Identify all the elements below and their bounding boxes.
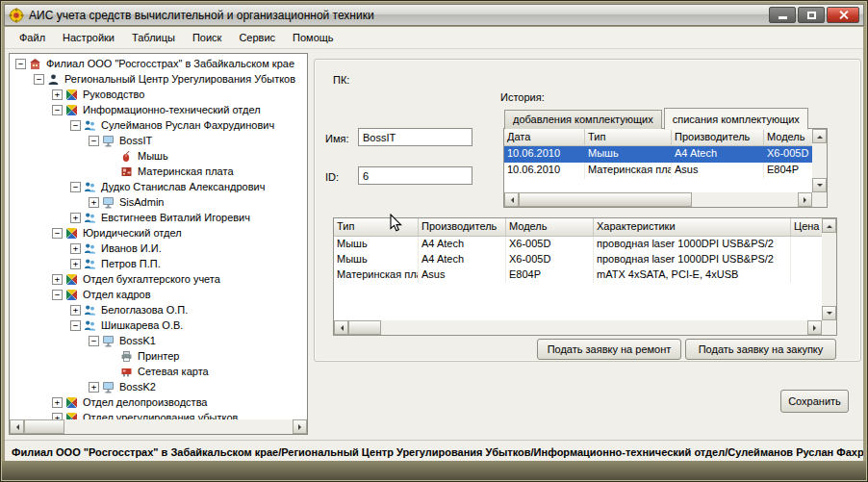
scroll-left-button[interactable] bbox=[10, 419, 24, 434]
scroll-track[interactable] bbox=[348, 320, 807, 335]
maximize-button[interactable] bbox=[798, 7, 825, 23]
scroll-track[interactable] bbox=[24, 419, 293, 434]
tree-item[interactable]: −Региональный Центр Урегулирования Убытк… bbox=[10, 71, 307, 87]
collapse-toggle[interactable]: − bbox=[89, 136, 99, 146]
collapse-toggle[interactable]: − bbox=[34, 74, 44, 85]
tree-item[interactable]: +Белоглазова О.П. bbox=[10, 302, 307, 317]
scroll-up-button[interactable] bbox=[812, 129, 827, 143]
scroll-right-button[interactable] bbox=[807, 320, 822, 335]
menu-item[interactable]: Поиск bbox=[184, 29, 230, 46]
tree-item[interactable]: −BossK1 bbox=[10, 333, 307, 348]
arrow-right-icon bbox=[804, 197, 809, 203]
scroll-left-button[interactable] bbox=[504, 192, 519, 207]
column-header[interactable]: Дата bbox=[504, 129, 585, 145]
table-row[interactable]: Материнская платаAsusE804PmATX 4xSATA, P… bbox=[334, 267, 822, 283]
tree-item[interactable]: −Сулейманов Руслан Фахрудинович bbox=[10, 117, 307, 133]
tree-horizontal-scrollbar[interactable] bbox=[10, 419, 307, 434]
table-row[interactable]: МышьA4 AtechX6-005Dпроводная laser 1000D… bbox=[334, 237, 822, 252]
id-input[interactable] bbox=[358, 166, 472, 185]
components-horizontal-scrollbar[interactable] bbox=[334, 320, 822, 335]
tree-item[interactable]: −Филиал ООО "Росгосстрах" в Забайкальско… bbox=[10, 56, 307, 71]
expand-toggle[interactable]: + bbox=[70, 305, 81, 316]
expand-toggle[interactable]: + bbox=[52, 89, 63, 100]
components-vertical-scrollbar[interactable] bbox=[822, 218, 836, 320]
collapse-toggle[interactable]: − bbox=[52, 228, 63, 239]
history-tab[interactable]: списания комплектующих bbox=[664, 108, 808, 130]
scroll-thumb[interactable] bbox=[24, 419, 64, 434]
tree-item[interactable]: Мышь bbox=[10, 148, 307, 164]
collapse-toggle[interactable]: − bbox=[52, 290, 63, 300]
column-header[interactable]: Производитель bbox=[672, 129, 764, 145]
tree-item[interactable]: Материнская плата bbox=[10, 164, 307, 179]
purchase-request-button[interactable]: Подать заявку на закупку bbox=[685, 339, 836, 360]
tree-item[interactable]: −Шишкарева О.В. bbox=[10, 317, 307, 333]
scroll-thumb[interactable] bbox=[519, 192, 692, 207]
tree-item[interactable]: +Отдел бухгалтерского учета bbox=[10, 271, 307, 287]
history-vertical-scrollbar[interactable] bbox=[812, 129, 827, 192]
menu-item[interactable]: Файл bbox=[11, 29, 54, 46]
menu-item[interactable]: Сервис bbox=[230, 29, 284, 46]
collapse-toggle[interactable]: − bbox=[52, 105, 63, 115]
menu-item[interactable]: Таблицы bbox=[123, 29, 184, 46]
column-header[interactable]: Тип bbox=[334, 218, 419, 236]
scroll-left-button[interactable] bbox=[334, 320, 348, 335]
computer-icon bbox=[102, 196, 115, 209]
tree-item[interactable]: +BossK2 bbox=[10, 379, 307, 394]
tree-item[interactable]: +SisAdmin bbox=[10, 194, 307, 210]
tree-item[interactable]: +Отдел урегулирования убытков bbox=[10, 410, 307, 419]
tree-item[interactable]: +Петров П.П. bbox=[10, 256, 307, 271]
collapse-toggle[interactable]: − bbox=[89, 336, 99, 346]
column-header[interactable]: Производитель bbox=[419, 218, 506, 236]
expand-toggle[interactable]: + bbox=[52, 397, 63, 408]
scroll-right-button[interactable] bbox=[798, 192, 812, 207]
expand-toggle[interactable]: + bbox=[52, 274, 63, 285]
history-horizontal-scrollbar[interactable] bbox=[504, 192, 812, 207]
table-row[interactable]: 10.06.2010МышьA4 AtechX6-005D bbox=[504, 146, 812, 163]
expand-toggle[interactable]: + bbox=[70, 259, 81, 269]
table-row[interactable]: МышьA4 AtechX6-005Dпроводная laser 1000D… bbox=[334, 252, 822, 267]
menu-item[interactable]: Настройки bbox=[54, 29, 123, 46]
tree-item[interactable]: +Отдел делопроизводства bbox=[10, 394, 307, 410]
expand-toggle[interactable]: + bbox=[70, 213, 81, 223]
tree-item[interactable]: −BossIT bbox=[10, 133, 307, 148]
tree-item[interactable]: −Юридический отдел bbox=[10, 225, 307, 241]
table-row[interactable]: 10.06.2010Материнская платаAsusE804P bbox=[504, 163, 812, 179]
scroll-track[interactable] bbox=[822, 233, 836, 306]
column-header[interactable]: Тип bbox=[585, 129, 672, 145]
close-button[interactable] bbox=[827, 7, 859, 23]
save-button[interactable]: Сохранить bbox=[780, 390, 849, 413]
scroll-track[interactable] bbox=[519, 192, 798, 207]
expand-toggle[interactable]: + bbox=[89, 382, 99, 393]
tree-item[interactable]: Сетевая карта bbox=[10, 364, 307, 379]
scroll-track[interactable] bbox=[812, 143, 827, 178]
tree-item[interactable]: −Отдел кадров bbox=[10, 287, 307, 302]
history-tab[interactable]: добавления комплектующих bbox=[504, 110, 662, 129]
tree-item[interactable]: Принтер bbox=[10, 348, 307, 364]
tree-item[interactable]: −Информационно-технический отдел bbox=[10, 102, 307, 117]
tree-item[interactable]: −Дудко Станислав Александрович bbox=[10, 179, 307, 194]
column-header[interactable]: Характеристики bbox=[594, 218, 791, 236]
tree-item[interactable]: +Иванов И.И. bbox=[10, 241, 307, 256]
column-header[interactable]: Модель bbox=[506, 218, 594, 236]
scroll-down-button[interactable] bbox=[822, 306, 836, 320]
expand-toggle[interactable]: + bbox=[70, 243, 81, 254]
scroll-right-button[interactable] bbox=[293, 419, 307, 434]
tree-item[interactable]: +Евстигнеев Виталий Игоревич bbox=[10, 210, 307, 225]
column-header[interactable]: Модель bbox=[764, 129, 812, 145]
collapse-toggle[interactable]: − bbox=[70, 320, 81, 331]
collapse-toggle[interactable]: − bbox=[70, 120, 81, 131]
column-header[interactable]: Цена bbox=[791, 218, 822, 236]
collapse-toggle[interactable]: − bbox=[70, 182, 81, 192]
scroll-down-button[interactable] bbox=[812, 178, 827, 192]
collapse-toggle[interactable]: − bbox=[15, 59, 26, 69]
expand-toggle[interactable]: + bbox=[89, 197, 99, 208]
minimize-button[interactable] bbox=[769, 7, 796, 23]
scroll-thumb[interactable] bbox=[348, 320, 381, 335]
menu-item[interactable]: Помощь bbox=[284, 29, 343, 46]
tree-item-label: Евстигнеев Виталий Игоревич bbox=[101, 212, 250, 223]
name-input[interactable] bbox=[358, 128, 472, 146]
tree-item[interactable]: +Руководство bbox=[10, 87, 307, 102]
repair-request-button[interactable]: Подать заявку на ремонт bbox=[537, 339, 681, 360]
scroll-up-button[interactable] bbox=[822, 218, 836, 233]
expand-toggle[interactable]: + bbox=[52, 413, 63, 420]
